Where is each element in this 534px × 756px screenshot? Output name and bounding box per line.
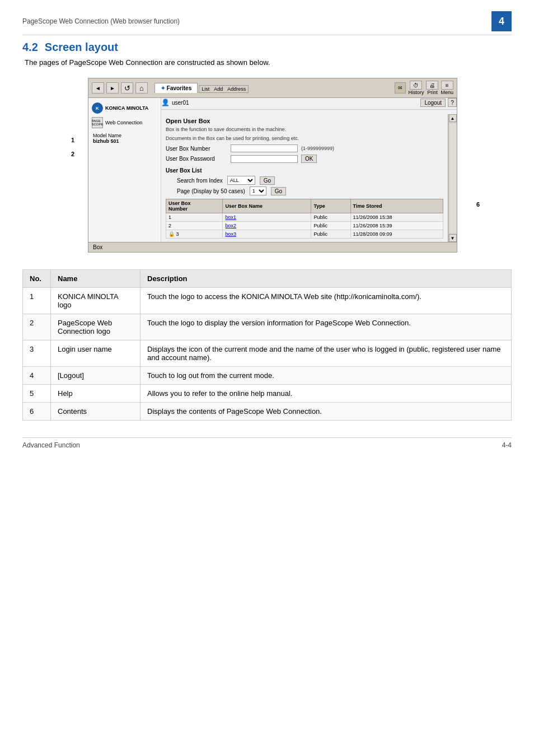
pagescope-icon: PAGESCOPE <box>92 117 103 128</box>
tab-address[interactable]: Address <box>227 86 246 92</box>
bottom-bar-text: Box <box>93 244 102 250</box>
browser-screenshot: ◄ ► ↺ ⌂ ✦ Favorites List Add Address <box>88 78 457 253</box>
search-index-label: Search from Index <box>177 178 223 184</box>
section-title: Screen layout <box>45 41 118 54</box>
pagescope-logo[interactable]: PAGESCOPE Web Connection <box>92 117 157 128</box>
ref-table-row: 5HelpAllows you to refer to the online h… <box>23 385 512 403</box>
browser-toolbar: ◄ ► ↺ ⌂ ✦ Favorites List Add Address <box>88 78 457 98</box>
main-web-area: K KONICA MINOLTA PAGESCOPE Web Connectio… <box>88 98 457 242</box>
home-button[interactable]: ⌂ <box>135 82 148 94</box>
user-box-number-input[interactable] <box>231 144 298 152</box>
screenshot-wrapper: 1 2 3 4 5 6 ◄ ► ↺ ⌂ ✦ Favorites List Add <box>54 78 480 253</box>
callout-6-label: 6 <box>476 201 480 208</box>
konica-minolta-logo[interactable]: K KONICA MINOLTA <box>92 102 157 114</box>
user-box-table: User BoxNumber User Box Name Type Time S… <box>166 199 443 239</box>
form-content: Open User Box Box is the function to sav… <box>161 114 448 242</box>
table-row: 2box2Public11/26/2008 15:39 <box>166 222 443 230</box>
user-bar: 👤 user01 Logout ? <box>161 98 457 110</box>
ok-button[interactable]: OK <box>301 155 317 163</box>
user-box-password-label: User Box Password <box>166 156 227 162</box>
go-button-1[interactable]: Go <box>260 176 275 185</box>
content-area: 👤 user01 Logout ? Open User Box Box is t… <box>161 98 457 242</box>
konica-text: KONICA MINOLTA <box>105 105 148 111</box>
user-box-number-label: User Box Number <box>166 146 227 152</box>
form-scroll-row: Open User Box Box is the function to sav… <box>161 114 457 242</box>
table-row: 🔒 3box3Public11/28/2008 09:09 <box>166 230 443 239</box>
model-label: Model Name <box>93 133 157 138</box>
form-title: Open User Box <box>166 118 443 124</box>
page-row: Page (Display by 50 cases) 1 Go <box>166 186 443 195</box>
callout-2: 2 <box>71 151 74 157</box>
logout-button[interactable]: Logout <box>420 99 446 107</box>
tab-add[interactable]: Add <box>214 86 223 92</box>
col-name: User Box Name <box>223 199 311 213</box>
go-button-2[interactable]: Go <box>271 187 286 195</box>
user-box-password-row: User Box Password OK <box>166 155 443 163</box>
right-scrollbar: ▲ ▼ <box>448 114 457 242</box>
scroll-up-button[interactable]: ▲ <box>449 114 457 122</box>
user-box-number-row: User Box Number (1-999999999) <box>166 144 443 152</box>
col-header-no: No. <box>23 270 51 288</box>
help-button[interactable]: ? <box>448 98 457 107</box>
address-icon: ✉ <box>395 82 406 94</box>
ref-table-row: 3Login user nameDisplays the icon of the… <box>23 340 512 367</box>
form-section: Open User Box Box is the function to sav… <box>166 118 443 239</box>
ref-table-row: 2PageScope Web Connection logoTouch the … <box>23 314 512 340</box>
footer-right: 4-4 <box>502 441 512 449</box>
header-title: PageScope Web Connection (Web browser fu… <box>22 17 180 25</box>
user-name: user01 <box>172 100 189 106</box>
ref-table-row: 6ContentsDisplays the contents of PageSc… <box>23 403 512 421</box>
bottom-bar: Box <box>88 242 457 252</box>
user-icon: 👤 <box>161 99 170 106</box>
left-sidebar: K KONICA MINOLTA PAGESCOPE Web Connectio… <box>88 98 161 242</box>
search-index-row: Search from Index ALL Go <box>166 176 443 185</box>
section-heading: 4.2 Screen layout <box>22 41 512 54</box>
pagescope-text: Web Connection <box>105 120 142 125</box>
print-group[interactable]: 🖨 Print <box>426 81 438 95</box>
col-header-name: Name <box>51 270 140 288</box>
scroll-down-button[interactable]: ▼ <box>449 234 457 242</box>
menu-group[interactable]: ≡ Menu <box>441 81 453 95</box>
col-time: Time Stored <box>350 199 443 213</box>
footer-left: Advanced Function <box>22 441 80 449</box>
user-info: 👤 user01 <box>161 99 189 106</box>
box-link[interactable]: box1 <box>223 213 311 222</box>
box-list-title: User Box List <box>166 167 443 174</box>
section-number: 4.2 <box>22 41 38 54</box>
box-link[interactable]: box3 <box>223 230 311 239</box>
back-button[interactable]: ◄ <box>92 82 104 94</box>
forward-button[interactable]: ► <box>106 82 119 94</box>
box-link[interactable]: box2 <box>223 222 311 230</box>
logout-area: Logout ? <box>420 98 457 107</box>
reference-table: No. Name Description 1KONICA MINOLTA log… <box>22 269 512 421</box>
konica-icon: K <box>92 102 103 114</box>
tab-favorites[interactable]: ✦ Favorites <box>154 83 198 93</box>
tab-list[interactable]: List <box>202 86 209 92</box>
ref-table-row: 1KONICA MINOLTA logoTouch the logo to ac… <box>23 288 512 314</box>
form-desc1: Box is the function to save documents in… <box>166 127 443 132</box>
col-header-desc: Description <box>140 270 512 288</box>
table-row: 1box1Public11/26/2008 15:38 <box>166 213 443 222</box>
page-label: Page (Display by 50 cases) <box>177 188 245 194</box>
col-type: Type <box>311 199 350 213</box>
history-group[interactable]: ⏱ History <box>408 81 424 95</box>
section-desc: The pages of PageScope Web Connection ar… <box>25 58 512 67</box>
refresh-button[interactable]: ↺ <box>121 82 133 94</box>
user-box-number-hint: (1-999999999) <box>301 146 334 151</box>
page-select[interactable]: 1 <box>250 186 266 195</box>
box-list-section: User Box List Search from Index ALL Go <box>166 167 443 239</box>
form-desc2: Documents in the Box can be used for pri… <box>166 136 443 141</box>
ref-table-row: 4[Logout]Touch to log out from the curre… <box>23 367 512 385</box>
search-index-select[interactable]: ALL <box>227 176 255 185</box>
callout-1: 1 <box>71 137 74 143</box>
model-name: bizhub 501 <box>93 138 157 144</box>
user-box-password-input[interactable] <box>231 155 298 163</box>
page-header: PageScope Web Connection (Web browser fu… <box>22 11 512 35</box>
page-footer: Advanced Function 4-4 <box>22 437 512 449</box>
col-number: User BoxNumber <box>166 199 223 213</box>
page-number: 4 <box>491 11 512 31</box>
